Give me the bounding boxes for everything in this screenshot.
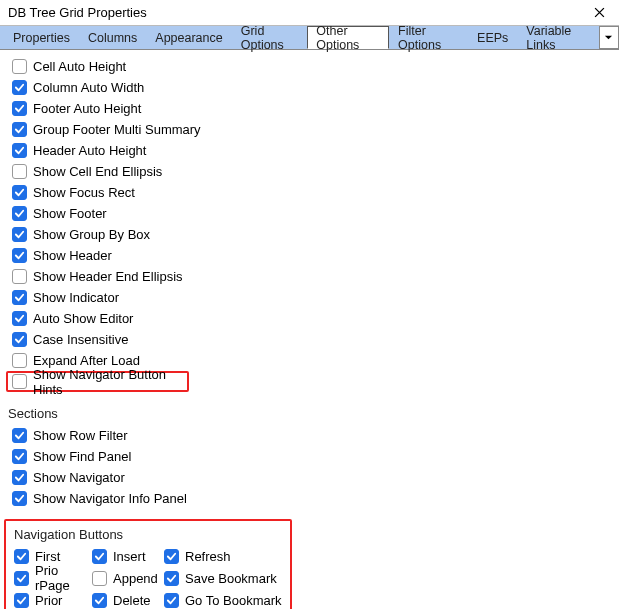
nav-button-label: First xyxy=(35,549,60,564)
option-row[interactable]: Show Header xyxy=(10,245,609,266)
checkbox-checked-icon[interactable] xyxy=(12,227,27,242)
option-row[interactable]: Footer Auto Height xyxy=(10,98,609,119)
checkbox-checked-icon[interactable] xyxy=(164,549,179,564)
section-row[interactable]: Show Row Filter xyxy=(10,425,609,446)
tab-grid-options[interactable]: Grid Options xyxy=(232,26,308,49)
checkbox-checked-icon[interactable] xyxy=(12,311,27,326)
options-list: Cell Auto HeightColumn Auto WidthFooter … xyxy=(10,56,609,392)
sections-list: Show Row FilterShow Find PanelShow Navig… xyxy=(10,425,609,509)
sections-heading: Sections xyxy=(8,406,609,421)
nav-button-label: Prio rPage xyxy=(35,563,92,593)
checkbox-checked-icon[interactable] xyxy=(92,593,107,608)
close-button[interactable] xyxy=(585,3,613,23)
nav-grid: FirstInsertRefreshPrio rPageAppendSave B… xyxy=(14,546,282,609)
tabbar: PropertiesColumnsAppearanceGrid OptionsO… xyxy=(0,26,619,50)
nav-button-option[interactable]: Go To Bookmark xyxy=(164,590,284,609)
nav-button-option[interactable]: Insert xyxy=(92,546,164,566)
checkbox-checked-icon[interactable] xyxy=(12,101,27,116)
checkbox-checked-icon[interactable] xyxy=(12,122,27,137)
checkbox-checked-icon[interactable] xyxy=(12,185,27,200)
checkbox-checked-icon[interactable] xyxy=(12,428,27,443)
option-row[interactable]: Column Auto Width xyxy=(10,77,609,98)
checkbox-checked-icon[interactable] xyxy=(12,332,27,347)
option-row[interactable]: Show Group By Box xyxy=(10,224,609,245)
checkbox-checked-icon[interactable] xyxy=(12,290,27,305)
option-label: Case Insensitive xyxy=(33,332,128,347)
checkbox-checked-icon[interactable] xyxy=(12,80,27,95)
nav-button-label: Insert xyxy=(113,549,146,564)
option-label: Show Header xyxy=(33,248,112,263)
section-row[interactable]: Show Navigator Info Panel xyxy=(10,488,609,509)
checkbox-checked-icon[interactable] xyxy=(12,470,27,485)
option-label: Show Cell End Ellipsis xyxy=(33,164,162,179)
option-row[interactable]: Show Navigator Button Hints xyxy=(6,371,189,392)
nav-button-option[interactable]: Delete xyxy=(92,590,164,609)
checkbox-checked-icon[interactable] xyxy=(92,549,107,564)
option-row[interactable]: Show Footer xyxy=(10,203,609,224)
checkbox-unchecked-icon[interactable] xyxy=(12,353,27,368)
nav-button-option[interactable]: Save Bookmark xyxy=(164,568,284,588)
tab-eeps[interactable]: EEPs xyxy=(468,26,517,49)
checkbox-checked-icon[interactable] xyxy=(12,449,27,464)
option-row[interactable]: Cell Auto Height xyxy=(10,56,609,77)
tab-columns[interactable]: Columns xyxy=(79,26,146,49)
tab-properties[interactable]: Properties xyxy=(4,26,79,49)
option-label: Show Navigator Button Hints xyxy=(33,367,187,397)
option-label: Cell Auto Height xyxy=(33,59,126,74)
checkbox-checked-icon[interactable] xyxy=(14,549,29,564)
checkbox-checked-icon[interactable] xyxy=(14,571,29,586)
checkbox-unchecked-icon[interactable] xyxy=(12,59,27,74)
nav-button-option[interactable]: Prio rPage xyxy=(14,568,92,588)
checkbox-unchecked-icon[interactable] xyxy=(12,374,27,389)
checkbox-checked-icon[interactable] xyxy=(12,143,27,158)
section-label: Show Row Filter xyxy=(33,428,128,443)
option-row[interactable]: Show Header End Ellipsis xyxy=(10,266,609,287)
nav-button-option[interactable]: Prior xyxy=(14,590,92,609)
checkbox-checked-icon[interactable] xyxy=(12,206,27,221)
nav-button-label: Prior xyxy=(35,593,62,608)
option-label: Group Footer Multi Summary xyxy=(33,122,201,137)
chevron-down-icon xyxy=(604,33,613,42)
option-row[interactable]: Header Auto Height xyxy=(10,140,609,161)
nav-button-option[interactable]: Refresh xyxy=(164,546,284,566)
checkbox-checked-icon[interactable] xyxy=(164,593,179,608)
option-label: Show Indicator xyxy=(33,290,119,305)
checkbox-checked-icon[interactable] xyxy=(14,593,29,608)
option-label: Footer Auto Height xyxy=(33,101,141,116)
option-label: Show Focus Rect xyxy=(33,185,135,200)
checkbox-unchecked-icon[interactable] xyxy=(12,164,27,179)
titlebar: DB Tree Grid Properties xyxy=(0,0,619,26)
option-label: Column Auto Width xyxy=(33,80,144,95)
nav-button-label: Append xyxy=(113,571,158,586)
tab-appearance[interactable]: Appearance xyxy=(146,26,231,49)
option-row[interactable]: Case Insensitive xyxy=(10,329,609,350)
nav-button-label: Go To Bookmark xyxy=(185,593,282,608)
content-panel: Cell Auto HeightColumn Auto WidthFooter … xyxy=(0,50,619,609)
tab-variable-links[interactable]: Variable Links xyxy=(517,26,599,49)
navigation-buttons-group: Navigation Buttons FirstInsertRefreshPri… xyxy=(4,519,292,609)
tab-dropdown-button[interactable] xyxy=(599,26,619,49)
option-row[interactable]: Auto Show Editor xyxy=(10,308,609,329)
option-row[interactable]: Show Cell End Ellipsis xyxy=(10,161,609,182)
tab-filter-options[interactable]: Filter Options xyxy=(389,26,468,49)
checkbox-checked-icon[interactable] xyxy=(164,571,179,586)
nav-button-label: Save Bookmark xyxy=(185,571,277,586)
section-row[interactable]: Show Navigator xyxy=(10,467,609,488)
option-label: Show Group By Box xyxy=(33,227,150,242)
section-row[interactable]: Show Find Panel xyxy=(10,446,609,467)
section-label: Show Navigator Info Panel xyxy=(33,491,187,506)
option-label: Show Footer xyxy=(33,206,107,221)
close-icon xyxy=(594,7,605,18)
window-title: DB Tree Grid Properties xyxy=(8,5,147,20)
checkbox-unchecked-icon[interactable] xyxy=(12,269,27,284)
checkbox-checked-icon[interactable] xyxy=(12,248,27,263)
option-label: Header Auto Height xyxy=(33,143,146,158)
tab-other-options[interactable]: Other Options xyxy=(307,26,389,49)
option-row[interactable]: Show Focus Rect xyxy=(10,182,609,203)
option-row[interactable]: Group Footer Multi Summary xyxy=(10,119,609,140)
checkbox-unchecked-icon[interactable] xyxy=(92,571,107,586)
nav-button-label: Delete xyxy=(113,593,151,608)
nav-button-option[interactable]: Append xyxy=(92,568,164,588)
option-row[interactable]: Show Indicator xyxy=(10,287,609,308)
checkbox-checked-icon[interactable] xyxy=(12,491,27,506)
